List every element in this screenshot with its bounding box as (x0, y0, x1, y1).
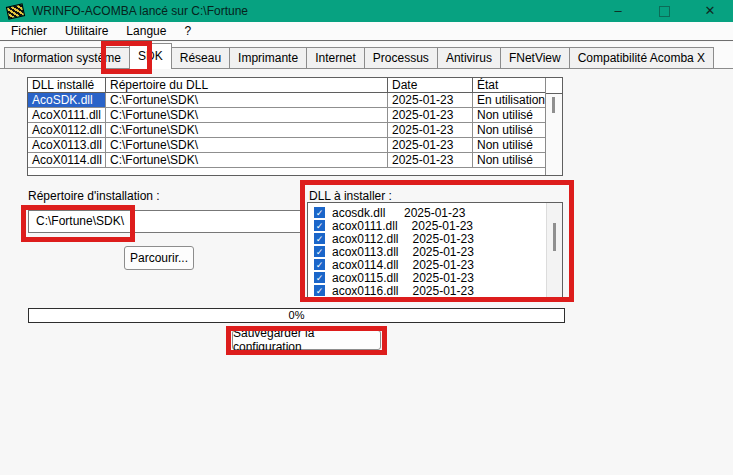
cell-dll-date: 2025-01-23 (388, 108, 473, 123)
cell-dll-status: Non utilisé (473, 153, 545, 168)
list-item-name: acox0115.dll (332, 271, 399, 285)
list-item-date: 2025-01-23 (413, 232, 474, 246)
maximize-icon (659, 6, 670, 17)
tab-imprimante[interactable]: Imprimante (229, 47, 307, 68)
browse-button[interactable]: Parcourir... (124, 246, 194, 270)
tab-antivirus[interactable]: Antivirus (437, 47, 501, 68)
list-item-name: acox0112.dll (332, 232, 399, 246)
app-window: WRINFO-ACOMBA lancé sur C:\Fortune – ✕ F… (0, 0, 733, 475)
menu-item-utilitaire[interactable]: Utilitaire (56, 22, 117, 40)
checkbox-checked-icon[interactable]: ✓ (314, 272, 325, 283)
cell-dll-date: 2025-01-23 (388, 93, 473, 108)
tab-fnetview[interactable]: FNetView (500, 47, 570, 68)
table-row[interactable]: AcoX0114.dll C:\Fortune\SDK\ 2025-01-23 … (28, 153, 545, 168)
maximize-button[interactable] (641, 0, 687, 22)
checkbox-checked-icon[interactable]: ✓ (314, 285, 325, 296)
checkbox-checked-icon[interactable]: ✓ (314, 246, 325, 257)
list-item-date: 2025-01-23 (413, 271, 474, 285)
col-header-dll[interactable]: DLL installé (28, 78, 106, 93)
menu-item-fichier[interactable]: Fichier (2, 22, 56, 40)
cell-dll-status: Non utilisé (473, 138, 545, 153)
col-header-status[interactable]: État (473, 78, 545, 93)
cell-dll-status: En utilisation (473, 93, 545, 108)
cell-dll-date: 2025-01-23 (388, 123, 473, 138)
list-item-date: 2025-01-23 (413, 258, 474, 272)
cell-dll-date: 2025-01-23 (388, 153, 473, 168)
tab-strip: Information systèmeSDKRéseauImprimanteIn… (0, 42, 733, 69)
col-header-date[interactable]: Date (388, 78, 473, 93)
list-item-date: 2025-01-23 (413, 245, 474, 259)
cell-dll-dir: C:\Fortune\SDK\ (106, 93, 388, 108)
save-configuration-button[interactable]: Sauvegarder la configuration (232, 330, 381, 350)
list-scrollbar-thumb[interactable] (553, 223, 556, 251)
table-row[interactable]: AcoSDK.dll C:\Fortune\SDK\ 2025-01-23 En… (28, 93, 545, 108)
list-item-date: 2025-01-23 (412, 219, 473, 233)
checkbox-checked-icon[interactable]: ✓ (314, 233, 325, 244)
tab-processus[interactable]: Processus (364, 47, 438, 68)
install-dir-input[interactable]: C:\Fortune\SDK\ (28, 210, 303, 233)
list-item[interactable]: ✓ acox0116.dll 2025-01-23 (308, 284, 546, 297)
table-row[interactable]: AcoX0113.dll C:\Fortune\SDK\ 2025-01-23 … (28, 138, 545, 153)
cell-dll-date: 2025-01-23 (388, 138, 473, 153)
cell-dll-dir: C:\Fortune\SDK\ (106, 108, 388, 123)
cell-dll-status: Non utilisé (473, 123, 545, 138)
dll-to-install-list[interactable]: ✓ acosdk.dll 2025-01-23 ✓ acox0111.dll 2… (307, 202, 563, 298)
list-item[interactable]: ✓ acox0115.dll 2025-01-23 (308, 271, 546, 284)
cell-dll-name[interactable]: AcoX0111.dll (28, 108, 106, 123)
title-bar: WRINFO-ACOMBA lancé sur C:\Fortune – ✕ (0, 0, 733, 22)
cell-dll-dir: C:\Fortune\SDK\ (106, 153, 388, 168)
list-item-name: acox0111.dll (332, 219, 398, 233)
cell-dll-dir: C:\Fortune\SDK\ (106, 138, 388, 153)
list-scrollbar[interactable] (546, 203, 562, 297)
table-row[interactable]: AcoX0112.dll C:\Fortune\SDK\ 2025-01-23 … (28, 123, 545, 138)
tab-internet[interactable]: Internet (306, 47, 365, 68)
tab-r-seau[interactable]: Réseau (171, 47, 230, 68)
cell-dll-name[interactable]: AcoSDK.dll (28, 93, 106, 108)
table-row[interactable]: AcoX0111.dll C:\Fortune\SDK\ 2025-01-23 … (28, 108, 545, 123)
list-item-date: 2025-01-23 (413, 284, 474, 298)
list-item[interactable]: ✓ acox0111.dll 2025-01-23 (308, 219, 546, 232)
window-title: WRINFO-ACOMBA lancé sur C:\Fortune (32, 4, 248, 18)
list-item[interactable]: ✓ acosdk.dll 2025-01-23 (308, 206, 546, 219)
app-icon (6, 3, 25, 19)
progress-bar: 0% (28, 308, 565, 323)
checkbox-checked-icon[interactable]: ✓ (314, 207, 325, 218)
list-item-date: 2025-01-23 (404, 206, 465, 220)
list-item[interactable]: ✓ acox0112.dll 2025-01-23 (308, 232, 546, 245)
table-header-row: DLL installé Répertoire du DLL Date État (28, 78, 545, 93)
close-button[interactable]: ✕ (687, 0, 733, 22)
tab-information-syst-me[interactable]: Information système (4, 47, 130, 68)
table-scrollbar[interactable] (545, 78, 562, 175)
table-scrollbar-thumb[interactable] (552, 97, 555, 113)
checkbox-checked-icon[interactable]: ✓ (314, 259, 325, 270)
cell-dll-status: Non utilisé (473, 108, 545, 123)
col-header-dir[interactable]: Répertoire du DLL (106, 78, 388, 93)
tab-sdk[interactable]: SDK (129, 43, 172, 69)
menu-bar: FichierUtilitaireLangue? (0, 22, 733, 41)
cell-dll-name[interactable]: AcoX0114.dll (28, 153, 106, 168)
list-item-name: acox0114.dll (332, 258, 399, 272)
menu-item-langue[interactable]: Langue (117, 22, 175, 40)
install-dir-label: Répertoire d'installation : (28, 189, 160, 203)
list-item[interactable]: ✓ acox0113.dll 2025-01-23 (308, 245, 546, 258)
tab-compatibilit-acomba-x[interactable]: Compatibilité Acomba X (569, 47, 714, 68)
menu-item-?[interactable]: ? (175, 22, 200, 40)
cell-dll-name[interactable]: AcoX0112.dll (28, 123, 106, 138)
list-item[interactable]: ✓ acox0114.dll 2025-01-23 (308, 258, 546, 271)
checkbox-checked-icon[interactable]: ✓ (314, 220, 325, 231)
dll-to-install-label: DLL à installer : (309, 189, 392, 203)
minimize-button[interactable]: – (595, 0, 641, 22)
installed-dll-table[interactable]: DLL installé Répertoire du DLL Date État… (27, 77, 563, 176)
cell-dll-name[interactable]: AcoX0113.dll (28, 138, 106, 153)
cell-dll-dir: C:\Fortune\SDK\ (106, 123, 388, 138)
list-item-name: acox0113.dll (332, 245, 399, 259)
list-item-name: acox0116.dll (332, 284, 399, 298)
list-item-name: acosdk.dll (332, 206, 390, 220)
